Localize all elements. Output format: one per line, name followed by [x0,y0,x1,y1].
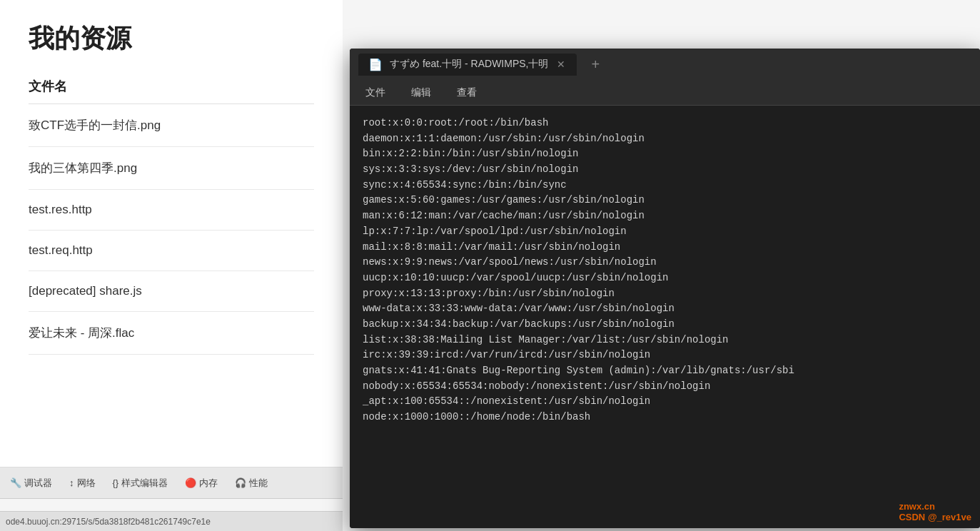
terminal-line: sync:x:4:65534:sync:/bin:/bin/sync [363,178,967,193]
terminal-line: _apt:x:100:65534::/nonexistent:/usr/sbin… [363,394,967,410]
watermark-text: znwx.cn [899,501,935,512]
devtools-item-debugger[interactable]: 🔧调试器 [6,474,56,492]
file-item[interactable]: 致CTF选手的一封信.png [29,104,314,147]
terminal-menu-查看[interactable]: 查看 [453,84,481,102]
terminal-line: irc:x:39:39:ircd:/var/run/ircd:/usr/sbin… [363,348,967,363]
terminal-new-tab-button[interactable]: + [585,54,605,76]
url-text: ode4.buuoj.cn:29715/s/5da3818f2b481c2617… [6,517,211,527]
page-title: 我的资源 [29,21,314,56]
devtools-item-network[interactable]: ↕网络 [65,474,100,492]
style-editor-label: 样式编辑器 [121,477,168,490]
file-list-header: 文件名 [29,78,314,104]
performance-label: 性能 [249,477,268,490]
terminal-menu-文件[interactable]: 文件 [361,84,390,102]
terminal-line: mail:x:8:8:mail:/var/mail:/usr/sbin/nolo… [363,240,967,256]
terminal-line: root:x:0:0:root:/root:/bin/bash [363,116,967,131]
terminal-line: gnats:x:41:41:Gnats Bug-Reporting System… [363,363,967,379]
terminal-line: nobody:x:65534:65534:nobody:/nonexistent… [363,379,967,395]
file-item[interactable]: 爱让未来 - 周深.flac [29,312,314,355]
debugger-icon: 🔧 [10,477,21,488]
devtools-item-style-editor[interactable]: {}样式编辑器 [108,474,173,492]
terminal-menubar: 文件编辑查看 [350,80,980,106]
debugger-label: 调试器 [24,477,52,490]
style-editor-icon: {} [113,477,119,488]
watermark-subtext: CSDN @_rev1ve [899,512,971,522]
terminal-line: backup:x:34:34:backup:/var/backups:/usr/… [363,317,967,333]
terminal-line: proxy:x:13:13:proxy:/bin:/usr/sbin/nolog… [363,286,967,302]
terminal-line: bin:x:2:2:bin:/bin:/usr/sbin/nologin [363,146,967,162]
file-item[interactable]: test.res.http [29,190,314,231]
memory-icon: 🔴 [185,477,196,488]
terminal-line: lp:x:7:7:lp:/var/spool/lpd:/usr/sbin/nol… [363,224,967,240]
terminal-line: news:x:9:9:news:/var/spool/news:/usr/sbi… [363,255,967,270]
terminal-window: 📄 すずめ feat.十明 - RADWIMPS,十明 ✕ + 文件编辑查看 r… [350,49,980,528]
terminal-line: list:x:38:38:Mailing List Manager:/var/l… [363,333,967,348]
left-panel: 我的资源 文件名 致CTF选手的一封信.png我的三体第四季.pngtest.r… [0,0,343,531]
terminal-line: node:x:1000:1000::/home/node:/bin/bash [363,410,967,425]
terminal-content[interactable]: root:x:0:0:root:/root:/bin/bashdaemon:x:… [350,106,980,528]
terminal-line: daemon:x:1:1:daemon:/usr/sbin:/usr/sbin/… [363,131,967,147]
terminal-line: sys:x:3:3:sys:/dev:/usr/sbin/nologin [363,162,967,178]
file-list: 致CTF选手的一封信.png我的三体第四季.pngtest.res.httpte… [29,104,314,355]
file-item[interactable]: 我的三体第四季.png [29,147,314,190]
file-item[interactable]: test.req.http [29,231,314,271]
terminal-tab[interactable]: 📄 すずめ feat.十明 - RADWIMPS,十明 ✕ [358,54,577,76]
file-item[interactable]: [deprecated] share.js [29,271,314,312]
network-icon: ↕ [69,477,74,488]
terminal-line: games:x:5:60:games:/usr/games:/usr/sbin/… [363,193,967,208]
performance-icon: 🎧 [235,477,246,488]
network-label: 网络 [77,477,96,490]
memory-label: 内存 [199,477,218,490]
terminal-close-button[interactable]: ✕ [555,59,567,70]
terminal-tab-title: すずめ feat.十明 - RADWIMPS,十明 [390,58,548,71]
terminal-menu-编辑[interactable]: 编辑 [407,84,435,102]
devtools-item-memory[interactable]: 🔴内存 [181,474,222,492]
devtools-bar: 🔧调试器↕网络{}样式编辑器🔴内存🎧性能 [0,467,343,499]
devtools-item-performance[interactable]: 🎧性能 [231,474,272,492]
url-bar: ode4.buuoj.cn:29715/s/5da3818f2b481c2617… [0,511,343,531]
terminal-icon: 📄 [368,58,383,71]
terminal-line: www-data:x:33:33:www-data:/var/www:/usr/… [363,301,967,317]
terminal-line: uucp:x:10:10:uucp:/var/spool/uucp:/usr/s… [363,270,967,286]
terminal-line: man:x:6:12:man:/var/cache/man:/usr/sbin/… [363,208,967,224]
watermark: znwx.cn CSDN @_rev1ve [899,501,971,522]
terminal-titlebar: 📄 すずめ feat.十明 - RADWIMPS,十明 ✕ + [350,49,980,80]
